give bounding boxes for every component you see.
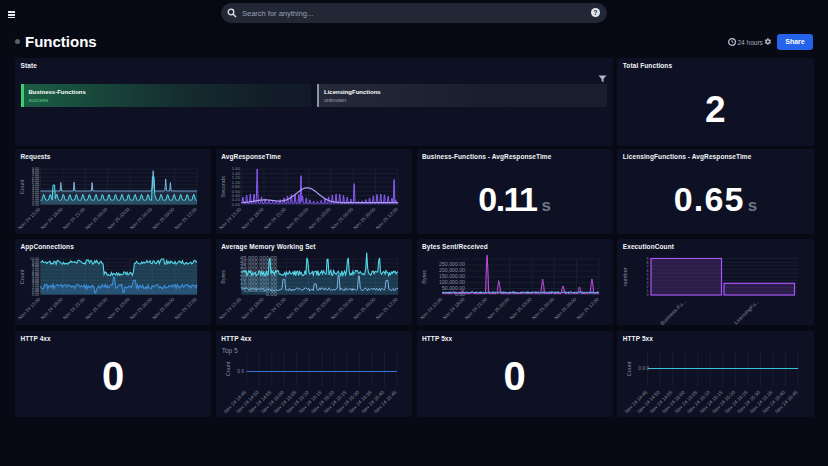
svg-text:Nov 25 03:00: Nov 25 03:00 [107,296,131,320]
svg-text:0.00: 0.00 [232,201,241,206]
svg-text:0: 0 [639,365,642,371]
svg-text:Nov 25 12:00: Nov 25 12:00 [174,206,198,230]
svg-text:Nov 25 09:00: Nov 25 09:00 [152,296,176,320]
svg-text:Nov 24 15:00: Nov 24 15:00 [218,296,242,320]
svg-text:Nov 24 18:00: Nov 24 18:00 [40,206,64,230]
svg-text:Nov 25 06:00: Nov 25 06:00 [330,296,354,320]
svg-text:Nov 25 12:00: Nov 25 12:00 [375,296,399,320]
svg-text:Count: Count [19,269,25,284]
svg-text:Nov 25 09:00: Nov 25 09:00 [152,206,176,230]
svg-text:Nov 24 21:00: Nov 24 21:00 [62,206,86,230]
svg-text:Nov 25 03:00: Nov 25 03:00 [107,206,131,230]
svg-text:Nov 24 18:00: Nov 24 18:00 [40,296,64,320]
svg-text:0: 0 [241,368,244,374]
svg-text:0: 0 [643,365,646,371]
svg-text:Nov 25 00:00: Nov 25 00:00 [486,296,510,320]
svg-text:Nov 25 03:00: Nov 25 03:00 [308,206,332,230]
svg-text:Nov 24 15:00: Nov 24 15:00 [17,296,41,320]
svg-text:Bytes: Bytes [421,270,427,284]
svg-text:Nov 25 00:00: Nov 25 00:00 [285,206,309,230]
svg-text:Nov 25 12:00: Nov 25 12:00 [174,296,198,320]
svg-text:Nov 24 18:00: Nov 24 18:00 [241,206,265,230]
svg-text:Nov 25 00:00: Nov 25 00:00 [285,296,309,320]
svg-text:Nov 24 21:00: Nov 24 21:00 [464,296,488,320]
svg-text:Nov 24 21:00: Nov 24 21:00 [263,296,287,320]
svg-text:Nov 25 09:00: Nov 25 09:00 [352,296,376,320]
svg-text:Nov 25 09:00: Nov 25 09:00 [352,206,376,230]
svg-text:Nov 25 00:00: Nov 25 00:00 [85,296,109,320]
svg-text:Seconds: Seconds [220,175,226,197]
svg-text:Nov 24 15:00: Nov 24 15:00 [419,296,443,320]
svg-text:Nov 24 18:00: Nov 24 18:00 [241,296,265,320]
svg-text:Nov 25 06:00: Nov 25 06:00 [330,206,354,230]
svg-text:0.00: 0.00 [32,202,39,206]
svg-text:Nov 25 06:00: Nov 25 06:00 [129,206,153,230]
svg-text:number: number [622,267,628,286]
svg-text:Nov 25 12:00: Nov 25 12:00 [375,206,399,230]
svg-text:Nov 25 09:00: Nov 25 09:00 [553,296,577,320]
svg-text:Nov 25 03:00: Nov 25 03:00 [508,296,532,320]
svg-text:Business-Fu...: Business-Fu... [659,298,687,325]
svg-text:Nov 25 00:00: Nov 25 00:00 [85,206,109,230]
svg-text:Nov 24 21:00: Nov 24 21:00 [263,206,287,230]
svg-text:Nov 24 21:00: Nov 24 21:00 [62,296,86,320]
svg-text:0: 0 [647,365,650,371]
svg-text:Nov 25 06:00: Nov 25 06:00 [129,296,153,320]
svg-text:Nov 24 18:00: Nov 24 18:00 [441,296,465,320]
svg-text:Count: Count [626,361,632,376]
svg-text:LicensingFu...: LicensingFu... [733,298,760,325]
svg-text:Bytes: Bytes [220,270,226,284]
svg-text:Nov 24 15:00: Nov 24 15:00 [218,206,242,230]
svg-text:Nov 24 15:00: Nov 24 15:00 [17,206,41,230]
svg-text:Nov 25 03:00: Nov 25 03:00 [308,296,332,320]
svg-text:0.00: 0.00 [32,293,39,297]
svg-text:Count: Count [19,178,25,193]
svg-text:Nov 25 06:00: Nov 25 06:00 [531,296,555,320]
svg-text:Count: Count [225,361,231,376]
svg-text:0: 0 [237,368,240,374]
svg-text:0: 0 [647,293,649,297]
svg-text:Nov 25 12:00: Nov 25 12:00 [575,296,599,320]
